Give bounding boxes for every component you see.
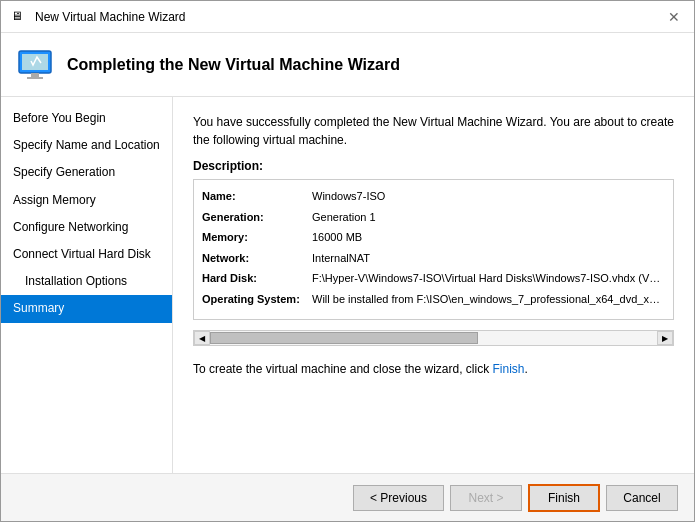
footer: < Previous Next > Finish Cancel xyxy=(1,473,694,521)
title-bar: 🖥 New Virtual Machine Wizard ✕ xyxy=(1,1,694,33)
content-area: Before You Begin Specify Name and Locati… xyxy=(1,97,694,473)
desc-row-os: Operating System: Will be installed from… xyxy=(202,291,665,308)
desc-row-network: Network: InternalNAT xyxy=(202,250,665,267)
desc-row-generation: Generation: Generation 1 xyxy=(202,209,665,226)
desc-label-name: Name: xyxy=(202,188,312,205)
desc-row-name: Name: Windows7-ISO xyxy=(202,188,665,205)
svg-rect-3 xyxy=(27,77,43,79)
desc-row-harddisk: Hard Disk: F:\Hyper-V\Windows7-ISO\Virtu… xyxy=(202,270,665,287)
finish-button[interactable]: Finish xyxy=(528,484,600,512)
desc-label-generation: Generation: xyxy=(202,209,312,226)
finish-instruction-text: To create the virtual machine and close … xyxy=(193,362,492,376)
window-icon: 🖥 xyxy=(11,9,27,25)
sidebar-item-specify-generation[interactable]: Specify Generation xyxy=(1,159,172,186)
sidebar: Before You Begin Specify Name and Locati… xyxy=(1,97,173,473)
finish-instruction: To create the virtual machine and close … xyxy=(193,360,674,378)
desc-row-memory: Memory: 16000 MB xyxy=(202,229,665,246)
finish-instruction-end: . xyxy=(525,362,528,376)
desc-value-memory: 16000 MB xyxy=(312,229,665,246)
scroll-left-btn[interactable]: ◀ xyxy=(194,331,210,345)
next-button: Next > xyxy=(450,485,522,511)
header-icon xyxy=(17,47,53,83)
desc-value-network: InternalNAT xyxy=(312,250,665,267)
close-button[interactable]: ✕ xyxy=(664,7,684,27)
desc-value-harddisk: F:\Hyper-V\Windows7-ISO\Virtual Hard Dis… xyxy=(312,270,665,287)
description-label: Description: xyxy=(193,159,674,173)
sidebar-item-installation-options[interactable]: Installation Options xyxy=(1,268,172,295)
scroll-right-btn[interactable]: ▶ xyxy=(657,331,673,345)
success-text: You have successfully completed the New … xyxy=(193,113,674,149)
header-title: Completing the New Virtual Machine Wizar… xyxy=(67,56,400,74)
title-bar-left: 🖥 New Virtual Machine Wizard xyxy=(11,9,186,25)
header-area: Completing the New Virtual Machine Wizar… xyxy=(1,33,694,97)
sidebar-item-summary[interactable]: Summary xyxy=(1,295,172,322)
main-content: You have successfully completed the New … xyxy=(173,97,694,473)
scrollbar-thumb[interactable] xyxy=(210,332,478,344)
sidebar-item-name-location[interactable]: Specify Name and Location xyxy=(1,132,172,159)
wizard-window: 🖥 New Virtual Machine Wizard ✕ Completin… xyxy=(0,0,695,522)
horizontal-scrollbar[interactable]: ◀ ▶ xyxy=(193,330,674,346)
finish-link: Finish xyxy=(492,362,524,376)
desc-label-harddisk: Hard Disk: xyxy=(202,270,312,287)
desc-label-os: Operating System: xyxy=(202,291,312,308)
desc-value-name: Windows7-ISO xyxy=(312,188,665,205)
title-bar-text: New Virtual Machine Wizard xyxy=(35,10,186,24)
desc-value-generation: Generation 1 xyxy=(312,209,665,226)
svg-rect-2 xyxy=(31,73,39,77)
description-box: Name: Windows7-ISO Generation: Generatio… xyxy=(193,179,674,320)
sidebar-item-before-you-begin[interactable]: Before You Begin xyxy=(1,105,172,132)
previous-button[interactable]: < Previous xyxy=(353,485,444,511)
sidebar-item-assign-memory[interactable]: Assign Memory xyxy=(1,187,172,214)
sidebar-item-configure-networking[interactable]: Configure Networking xyxy=(1,214,172,241)
scrollbar-track[interactable] xyxy=(210,331,657,345)
desc-label-network: Network: xyxy=(202,250,312,267)
desc-value-os: Will be installed from F:\ISO\en_windows… xyxy=(312,291,665,308)
sidebar-item-connect-vhd[interactable]: Connect Virtual Hard Disk xyxy=(1,241,172,268)
cancel-button[interactable]: Cancel xyxy=(606,485,678,511)
desc-label-memory: Memory: xyxy=(202,229,312,246)
